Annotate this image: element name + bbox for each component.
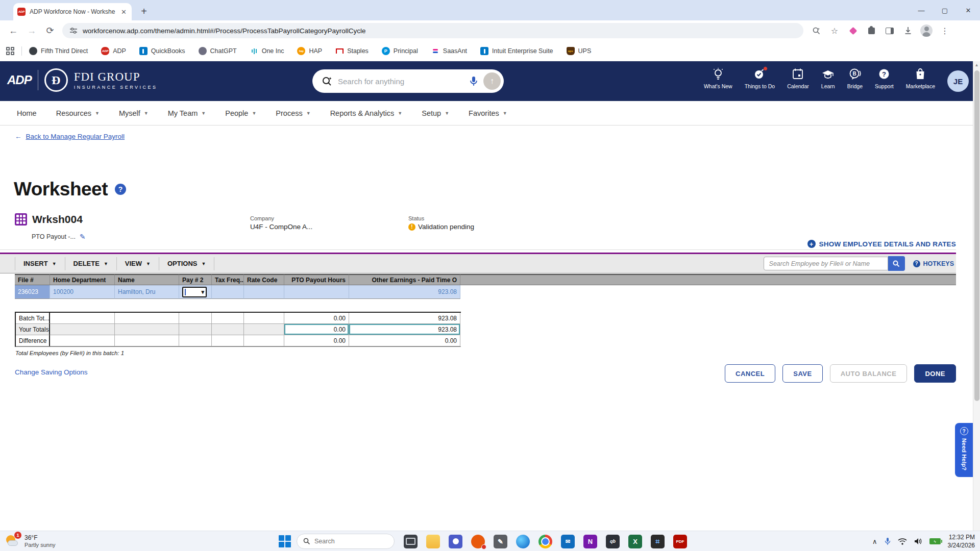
need-help-tab[interactable]: ? Need Help? (955, 423, 973, 477)
battery-icon[interactable]: ϟ (929, 538, 941, 544)
view-menu-button[interactable]: VIEW▼ (117, 257, 159, 270)
teams-icon[interactable] (449, 535, 462, 548)
nav-item-favorites[interactable]: Favorites▼ (469, 109, 507, 117)
m365-icon[interactable] (471, 535, 485, 548)
bookmark-principal[interactable]: PPrincipal (382, 47, 418, 55)
nav-item-resources[interactable]: Resources▼ (56, 109, 100, 117)
learn-button[interactable]: Learn (821, 67, 835, 89)
bookmark-chatgpt[interactable]: ChatGPT (199, 47, 237, 55)
cell-tax-freq[interactable] (212, 285, 244, 299)
downloads-icon[interactable] (900, 23, 916, 38)
column-header-other-earnings[interactable]: Other Earnings - Paid Time O (349, 274, 460, 285)
page-search-icon[interactable] (808, 23, 824, 38)
cell-home-department[interactable]: 100200 (50, 285, 115, 299)
cell-rate-code[interactable] (244, 285, 284, 299)
taskbar-clock[interactable]: 12:32 PM 3/24/2026 (948, 533, 975, 549)
bookmark-star-icon[interactable]: ☆ (827, 23, 842, 38)
file-explorer-icon[interactable] (426, 535, 440, 548)
global-search-input[interactable] (338, 77, 464, 86)
back-to-payroll-link[interactable]: ← Back to Manage Regular Payroll (15, 133, 125, 140)
bookmark-one-inc[interactable]: One Inc (250, 47, 284, 55)
global-search-bar[interactable]: ↑ (312, 69, 504, 93)
apps-grid-icon[interactable] (6, 47, 14, 55)
browser-profile-icon[interactable] (919, 23, 934, 38)
cell-employee-name[interactable]: Hamilton, Dru (115, 285, 179, 299)
acrobat-icon[interactable]: PDF (673, 535, 687, 548)
quickbooks-icon[interactable]: qb (606, 535, 620, 548)
scrollbar-thumb[interactable] (974, 70, 979, 401)
worksheet-help-icon[interactable]: ? (115, 184, 126, 195)
nav-item-home[interactable]: Home (17, 109, 37, 117)
support-button[interactable]: ? Support (875, 67, 894, 89)
pay-number-select[interactable]: ▾ (182, 287, 207, 297)
column-header-tax-freq[interactable]: Tax Freq... (212, 274, 244, 285)
search-submit-button[interactable]: ↑ (483, 72, 501, 90)
employee-search-button[interactable] (888, 256, 905, 271)
menu-kebab-icon[interactable]: ⋮ (937, 23, 952, 38)
bookmark-staples[interactable]: Staples (335, 47, 369, 55)
volume-icon[interactable] (914, 538, 922, 545)
bookmark-intuit[interactable]: Intuit Enterprise Suite (480, 47, 553, 55)
new-tab-button[interactable]: + (137, 5, 151, 19)
side-panel-icon[interactable] (882, 23, 897, 38)
window-maximize-button[interactable]: ▢ (933, 0, 957, 20)
change-saving-options-link[interactable]: Change Saving Options (15, 368, 88, 376)
bookmark-saasant[interactable]: SaasAnt (431, 47, 467, 55)
bookmark-ups[interactable]: upsUPS (567, 47, 592, 55)
desktop-window-icon[interactable] (404, 535, 418, 548)
address-bar[interactable]: workforcenow.adp.com/theme/admin.html#/P… (62, 23, 803, 38)
nav-item-my-team[interactable]: My Team▼ (168, 109, 206, 117)
done-button[interactable]: DONE (914, 364, 956, 383)
marketplace-button[interactable]: Marketplace (906, 67, 935, 89)
column-header-home-department[interactable]: Home Department (50, 274, 115, 285)
taskbar-search-input[interactable] (314, 538, 381, 545)
tray-chevron-icon[interactable]: ∧ (872, 538, 877, 545)
user-avatar[interactable]: JE (947, 70, 969, 92)
back-icon[interactable]: ← (4, 26, 22, 36)
column-header-pay-2[interactable]: Pay # 2 (179, 274, 212, 285)
edge-icon[interactable] (516, 535, 530, 548)
column-header-name[interactable]: Name (115, 274, 179, 285)
edit-pencil-icon[interactable]: ✎ (80, 233, 86, 241)
things-to-do-button[interactable]: Things to Do (745, 67, 775, 89)
cell-file-number[interactable]: 236023 (15, 285, 50, 299)
bookmark-hap[interactable]: hapHAP (297, 47, 322, 55)
weather-widget[interactable]: 1 36°F Partly sunny (5, 533, 56, 548)
employee-row[interactable]: 236023 100200 Hamilton, Dru ▾ 923.08 (15, 285, 460, 299)
nav-item-myself[interactable]: Myself▼ (119, 109, 149, 117)
nav-item-people[interactable]: People▼ (225, 109, 256, 117)
extension-pink-icon[interactable] (845, 23, 861, 38)
calculator-icon[interactable]: ⌗ (651, 535, 665, 548)
site-settings-icon[interactable] (69, 27, 78, 35)
column-header-pto-payout-hours[interactable]: PTO Payout Hours (284, 274, 349, 285)
chrome-icon[interactable] (538, 535, 552, 548)
bridge-button[interactable]: B Bridge (847, 67, 863, 89)
page-scrollbar[interactable]: ▲ (973, 61, 980, 531)
outlook-icon[interactable]: ✉ (561, 535, 575, 548)
delete-menu-button[interactable]: DELETE▼ (65, 257, 117, 270)
employee-search-input[interactable] (764, 257, 888, 270)
options-menu-button[interactable]: OPTIONS▼ (159, 257, 214, 270)
column-header-rate-code[interactable]: Rate Code (244, 274, 284, 285)
onenote-icon[interactable]: N (583, 535, 597, 548)
excel-icon[interactable]: X (628, 535, 642, 548)
tab-close-icon[interactable]: ✕ (120, 8, 128, 16)
start-button[interactable] (278, 535, 291, 548)
whats-new-button[interactable]: What's New (704, 67, 732, 89)
browser-tab[interactable]: ADP ADP Workforce Now - Workshe ✕ (13, 3, 132, 20)
your-total-other-earnings-input[interactable]: 923.08 (349, 324, 460, 335)
cell-pto-payout-hours[interactable] (284, 285, 349, 299)
extensions-puzzle-icon[interactable] (864, 23, 879, 38)
scroll-up-arrow[interactable]: ▲ (973, 61, 980, 67)
tray-microphone-icon[interactable] (885, 537, 891, 545)
bookmark-fifth-third[interactable]: Fifth Third Direct (29, 47, 88, 55)
snipping-tool-icon[interactable]: ✎ (494, 535, 507, 548)
save-button[interactable]: SAVE (782, 364, 822, 383)
hotkeys-button[interactable]: ? HOTKEYS (913, 260, 954, 267)
nav-item-process[interactable]: Process▼ (276, 109, 310, 117)
wifi-icon[interactable] (898, 538, 907, 545)
window-close-button[interactable]: ✕ (957, 0, 980, 20)
microphone-icon[interactable] (469, 76, 478, 87)
window-minimize-button[interactable]: — (910, 0, 933, 20)
reload-icon[interactable]: ⟳ (41, 25, 59, 36)
